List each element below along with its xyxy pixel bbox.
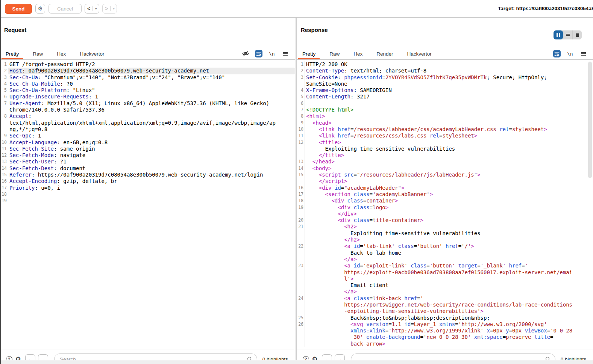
- code-line[interactable]: 1GET /forgot-password HTTP/2: [0, 61, 295, 68]
- vertical-scrollbar-thumb[interactable]: [588, 62, 592, 178]
- next-match-button[interactable]: →: [38, 354, 48, 360]
- code-line[interactable]: 7<!DOCTYPE html>: [297, 107, 593, 113]
- code-line[interactable]: 24 <a class=link-back href=': [297, 295, 593, 302]
- code-line[interactable]: ng,*/*;q=0.8: [0, 126, 295, 133]
- code-line[interactable]: 6Upgrade-Insecure-Requests: 1: [0, 94, 295, 100]
- code-line[interactable]: 25 Back&nbsp;to&nbsp;lab&nbsp;descriptio…: [297, 315, 593, 321]
- tab-raw[interactable]: Raw: [325, 49, 344, 59]
- code-line[interactable]: 6: [297, 100, 593, 107]
- code-line[interactable]: </a>: [297, 256, 593, 263]
- tab-pretty[interactable]: Pretty: [2, 49, 23, 59]
- code-line[interactable]: 2Host: 0af900a20319d7c08054a8e300b50079.…: [0, 68, 295, 74]
- code-line[interactable]: 2Content-Type: text/html; charset=utf-8: [297, 68, 593, 74]
- response-editor[interactable]: 1HTTP/2 200 OK2Content-Type: text/html; …: [297, 60, 593, 349]
- tab-hex[interactable]: Hex: [53, 49, 70, 59]
- cancel-button[interactable]: Cancel: [49, 4, 82, 14]
- code-line[interactable]: 21 <h2>: [297, 224, 593, 230]
- code-line[interactable]: 1HTTP/2 200 OK: [297, 61, 593, 68]
- code-line[interactable]: 4Sec-Ch-Ua-Mobile: ?0: [0, 81, 295, 87]
- search-settings-icon[interactable]: ⚙: [310, 355, 319, 360]
- tab-render[interactable]: Render: [372, 49, 397, 59]
- code-line[interactable]: text/html,application/xhtml+xml,applicat…: [0, 120, 295, 126]
- search-settings-icon[interactable]: ⚙: [14, 355, 23, 360]
- code-line[interactable]: 10 <link href=/resources/labheader/css/a…: [297, 126, 593, 133]
- code-line[interactable]: 19 <div class=logo>: [297, 204, 593, 211]
- help-icon[interactable]: ?: [5, 355, 14, 360]
- code-line[interactable]: 13 </head>: [297, 159, 593, 165]
- help-icon[interactable]: ?: [301, 355, 310, 360]
- code-line[interactable]: 19: [0, 198, 295, 204]
- code-line[interactable]: 8<html>: [297, 113, 593, 119]
- code-line[interactable]: 7User-Agent: Mozilla/5.0 (X11; Linux x86…: [0, 100, 295, 107]
- code-line[interactable]: 11Sec-Fetch-Site: same-origin: [0, 146, 295, 152]
- tab-hackvertor[interactable]: Hackvertor: [76, 49, 108, 59]
- editor-menu-icon[interactable]: [579, 50, 587, 57]
- code-line[interactable]: </title>: [297, 152, 593, 159]
- code-line[interactable]: 8Accept:: [0, 113, 295, 119]
- tab-pretty[interactable]: Pretty: [298, 49, 320, 59]
- code-line[interactable]: 9 <head>: [297, 120, 593, 126]
- code-line[interactable]: Chrome/140.0.0.0 Safari/537.36: [0, 107, 295, 113]
- editor-menu-icon[interactable]: [281, 50, 289, 57]
- code-line[interactable]: 5Content-Length: 3217: [297, 94, 593, 100]
- code-line[interactable]: -exploiting-time-sensitive-vulnerabiliti…: [297, 308, 593, 314]
- code-line[interactable]: Exploiting time-sensitive vulnerabilitie…: [297, 230, 593, 237]
- previous-match-button[interactable]: ←: [25, 354, 35, 360]
- code-line[interactable]: 17Priority: u=0, i: [0, 185, 295, 191]
- forward-history-button[interactable]: > ▾: [102, 4, 117, 14]
- code-line[interactable]: 3Sec-Ch-Ua: "Chromium";v="140", "Not=A?B…: [0, 74, 295, 81]
- code-line[interactable]: Exploiting time-sensitive vulnerabilitie…: [297, 146, 593, 152]
- previous-match-button[interactable]: ←: [322, 354, 332, 360]
- code-line[interactable]: 5Sec-Ch-Ua-Platform: "Linux": [0, 87, 295, 94]
- code-line[interactable]: 17 <section class='academyLabBanner'>: [297, 191, 593, 198]
- code-line[interactable]: 12 <title>: [297, 139, 593, 146]
- code-line[interactable]: 10Accept-Language: en-GB,en;q=0.8: [0, 139, 295, 146]
- back-history-button[interactable]: < ▾: [85, 4, 99, 14]
- code-line[interactable]: 15 <script src="/resources/labheader/js/…: [297, 172, 593, 178]
- send-button[interactable]: Send: [5, 4, 32, 14]
- next-match-button[interactable]: →: [335, 354, 345, 360]
- code-line[interactable]: 16 <div id="academyLabHeader">: [297, 185, 593, 191]
- code-line[interactable]: 12Sec-Fetch-Mode: navigate: [0, 152, 295, 159]
- code-line[interactable]: 22 <a id='lab-link' class='button' href=…: [297, 243, 593, 249]
- code-line[interactable]: 26 <svg version=1.1 id=Layer_1 xmlns='ht…: [297, 321, 593, 328]
- code-line[interactable]: 14 <body>: [297, 165, 593, 172]
- code-line[interactable]: l'>: [297, 276, 593, 282]
- code-line[interactable]: </div>: [297, 211, 593, 217]
- code-line[interactable]: 23 <a id='exploit-link' class='button' t…: [297, 263, 593, 269]
- tab-raw[interactable]: Raw: [29, 49, 47, 59]
- code-line[interactable]: 18: [0, 191, 295, 198]
- code-line[interactable]: SameSite=None: [297, 81, 593, 87]
- stop-button[interactable]: [572, 30, 582, 39]
- code-line[interactable]: 16Accept-Encoding: gzip, deflate, br: [0, 178, 295, 184]
- code-line[interactable]: 9Sec-Gpc: 1: [0, 133, 295, 139]
- code-line[interactable]: xmlns:xlink='http://www.w3.org/1999/xlin…: [297, 328, 593, 334]
- tab-hackvertor[interactable]: Hackvertor: [403, 49, 436, 59]
- send-settings-button[interactable]: ⚙: [35, 4, 45, 14]
- code-line[interactable]: </a>: [297, 288, 593, 295]
- eye-slash-icon[interactable]: [242, 50, 249, 57]
- code-line[interactable]: 4X-Frame-Options: SAMEORIGIN: [297, 87, 593, 94]
- newline-toggle-icon[interactable]: \n: [268, 50, 276, 57]
- rows-layout-button[interactable]: [563, 30, 572, 39]
- newline-toggle-icon[interactable]: \n: [566, 50, 574, 57]
- code-line[interactable]: 3Set-Cookie: phpsessionid=2YVOYR4SVdSO5Z…: [297, 74, 593, 81]
- code-line[interactable]: 30' enable-background='new 0 0 28 30' xm…: [297, 334, 593, 340]
- code-line[interactable]: </script>: [297, 178, 593, 184]
- code-line[interactable]: Back to lab home: [297, 250, 593, 256]
- code-line[interactable]: https://exploit-0acb00be036ad703808aa7ef…: [297, 269, 593, 276]
- code-line[interactable]: 14Sec-Fetch-Dest: document: [0, 165, 295, 172]
- tab-hex[interactable]: Hex: [349, 49, 367, 59]
- pause-updates-button[interactable]: [554, 30, 563, 39]
- search-input[interactable]: [351, 353, 555, 360]
- search-input[interactable]: [54, 353, 257, 360]
- code-line[interactable]: https://portswigger.net/web-security/rac…: [297, 302, 593, 308]
- word-wrap-icon[interactable]: [553, 50, 561, 57]
- code-line[interactable]: </h2>: [297, 237, 593, 243]
- code-line[interactable]: 15Referer: https://0af900a20319d7c08054a…: [0, 172, 295, 178]
- code-line[interactable]: 13Sec-Fetch-User: ?1: [0, 159, 295, 165]
- code-line[interactable]: 18 <div class=container>: [297, 198, 593, 204]
- code-line[interactable]: Email client: [297, 282, 593, 288]
- word-wrap-icon[interactable]: [255, 50, 262, 57]
- code-line[interactable]: back-arrow>: [297, 341, 593, 347]
